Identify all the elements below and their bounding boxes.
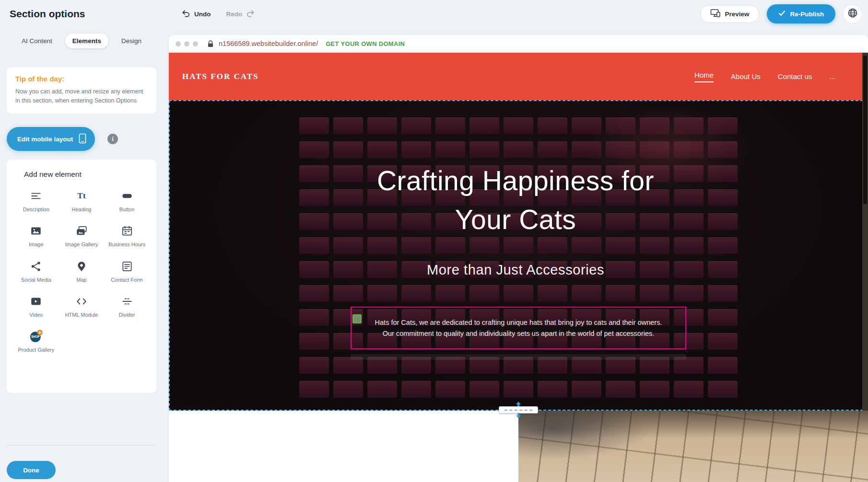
element-tile-video[interactable]: Video	[13, 295, 59, 318]
sidebar-tabs: AI Content Elements Design	[0, 34, 163, 48]
nav-item-home[interactable]: Home	[694, 71, 714, 82]
tip-body: Now you can add, move and resize any ele…	[15, 87, 148, 106]
edit-mobile-label: Edit mobile layout	[17, 136, 73, 143]
resize-handle-pill	[499, 406, 538, 413]
hero-paragraph-line1: Hats for Cats, we are dedicated to craft…	[352, 317, 685, 328]
redo-icon	[246, 9, 255, 19]
next-section[interactable]	[169, 411, 868, 482]
html-module-icon	[75, 295, 88, 308]
resize-handle-dash	[504, 410, 532, 411]
hero-heading-line2: Your Cats	[170, 200, 861, 239]
element-tile-label: Contact Form	[111, 276, 143, 283]
redo-button[interactable]: Redo	[226, 9, 256, 19]
divider-icon	[121, 295, 133, 308]
contact-form-icon	[121, 260, 133, 273]
floor-photo	[518, 411, 868, 482]
element-tile-image[interactable]: Image	[13, 224, 59, 248]
element-tile-map[interactable]: Map	[59, 260, 105, 283]
undo-button[interactable]: Undo	[181, 9, 211, 19]
element-tile-label: Product Gallery	[18, 346, 54, 353]
edit-mobile-layout-button[interactable]: Edit mobile layout	[7, 127, 95, 151]
website-builder-app: Section options Undo Redo Preview	[0, 0, 868, 482]
preview-devices-icon	[710, 9, 720, 19]
element-tile-label: Business Hours	[108, 241, 145, 248]
arrow-down-icon	[516, 413, 521, 418]
nav-item-more[interactable]: ...	[829, 72, 835, 80]
site-url: n1566589.websitebuilder.online/	[219, 40, 318, 47]
element-resize-handle-left[interactable]	[352, 314, 362, 323]
element-tile-description[interactable]: Description	[13, 189, 59, 213]
element-tile-html-module[interactable]: HTML Module	[59, 295, 105, 318]
nav-item-about-us[interactable]: About Us	[731, 72, 761, 80]
element-tile-button[interactable]: Button	[104, 189, 150, 213]
republish-button[interactable]: Re-Publish	[767, 4, 835, 23]
preview-button[interactable]: Preview	[700, 5, 759, 23]
add-element-title: Add new element	[13, 170, 150, 179]
window-dot-icon	[184, 41, 189, 46]
selected-text-element[interactable]: Hats for Cats, we are dedicated to craft…	[351, 307, 686, 349]
redo-label: Redo	[226, 11, 243, 18]
republish-label: Re-Publish	[790, 11, 824, 18]
hero-heading[interactable]: Crafting Happiness for Your Cats	[170, 161, 861, 239]
globe-icon	[847, 8, 858, 20]
history-controls: Undo Redo	[181, 0, 255, 28]
image-gallery-icon	[75, 224, 88, 238]
undo-icon	[181, 9, 190, 19]
element-tile-contact-form[interactable]: Contact Form	[104, 260, 150, 283]
button-icon	[121, 189, 133, 203]
element-tile-heading[interactable]: Tt Heading	[59, 189, 105, 213]
phone-icon	[79, 133, 86, 145]
element-tile-social-media[interactable]: Social Media	[13, 260, 59, 283]
add-element-panel: Add new element Description Tt Heading	[7, 160, 156, 393]
site-preview-canvas: n1566589.websitebuilder.online/ GET YOUR…	[169, 35, 868, 482]
element-tile-label: Video	[29, 311, 43, 318]
get-your-own-domain-link[interactable]: GET YOUR OWN DOMAIN	[326, 40, 405, 47]
element-tile-label: Divider	[119, 311, 135, 318]
nav-item-contact-us[interactable]: Contact us	[778, 72, 812, 80]
map-pin-icon	[75, 260, 88, 273]
element-tile-image-gallery[interactable]: Image Gallery	[59, 224, 105, 248]
element-tile-product-gallery[interactable]: SHOP Product Gallery	[13, 330, 59, 353]
element-tile-divider[interactable]: Divider	[104, 295, 150, 318]
site-nav: Home About Us Contact us ...	[694, 71, 835, 82]
check-icon	[778, 10, 786, 18]
tab-design[interactable]: Design	[114, 34, 149, 48]
tip-title: Tip of the day:	[15, 75, 148, 83]
undo-label: Undo	[194, 11, 211, 18]
element-tile-label: Map	[76, 276, 86, 283]
shop-icon-text: SHOP	[31, 335, 40, 339]
hero-heading-line1: Crafting Happiness for	[170, 161, 861, 200]
site-header: HATS FOR CATS Home About Us Contact us .…	[169, 53, 868, 100]
element-tile-label: Heading	[72, 206, 92, 213]
info-icon[interactable]: i	[107, 134, 118, 144]
mobile-layout-row: Edit mobile layout i	[7, 127, 118, 151]
hero-subheading[interactable]: More than Just Accessories	[170, 262, 861, 278]
image-icon	[30, 224, 42, 238]
hero-paragraph-line2: Our commitment to quality and individual…	[352, 328, 685, 339]
done-button[interactable]: Done	[7, 461, 56, 479]
page-title: Section options	[10, 0, 85, 28]
section-options-sidebar: AI Content Elements Design Tip of the da…	[0, 28, 163, 482]
heading-icon: Tt	[75, 189, 88, 203]
scrollbar-thumb[interactable]	[863, 56, 867, 204]
preview-scrollbar[interactable]	[862, 53, 868, 411]
hero-section[interactable]: Crafting Happiness for Your Cats More th…	[169, 100, 868, 411]
site-logo[interactable]: HATS FOR CATS	[182, 72, 259, 81]
tab-elements[interactable]: Elements	[65, 34, 108, 48]
element-tile-label: HTML Module	[65, 311, 98, 318]
section-resize-handle[interactable]	[499, 402, 538, 418]
element-tile-business-hours[interactable]: Business Hours	[104, 224, 150, 248]
element-tile-label: Image	[29, 241, 44, 248]
video-icon	[30, 295, 42, 308]
element-tile-label: Image Gallery	[65, 241, 98, 248]
business-hours-icon	[121, 224, 133, 238]
tab-ai-content[interactable]: AI Content	[14, 34, 59, 48]
element-tile-label: Button	[119, 206, 135, 213]
drop-indicator-band	[351, 354, 686, 360]
tip-of-the-day-card: Tip of the day: Now you can add, move an…	[7, 67, 156, 114]
element-tile-label: Description	[23, 206, 49, 213]
social-media-icon	[30, 260, 42, 273]
window-dot-icon	[176, 41, 181, 46]
browser-chrome-bar: n1566589.websitebuilder.online/ GET YOUR…	[169, 35, 868, 53]
language-button[interactable]	[843, 4, 862, 23]
